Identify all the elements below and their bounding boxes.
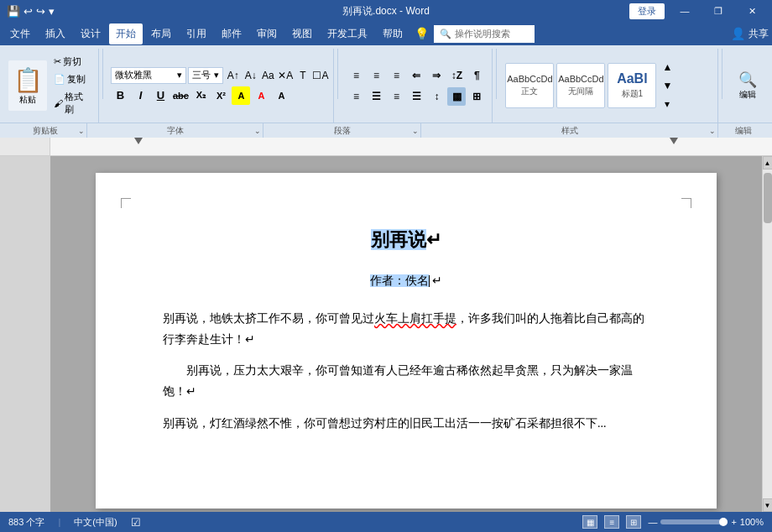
web-layout-button[interactable]: ≡ <box>604 515 619 529</box>
ruler-indent-left[interactable] <box>134 138 143 144</box>
copy-icon: 📄 <box>54 74 65 85</box>
redo-icon[interactable]: ↪ <box>36 5 45 18</box>
share-area: 👤 共享 <box>731 27 769 41</box>
menu-layout[interactable]: 布局 <box>144 23 178 44</box>
style-heading1[interactable]: AaBl 标题1 <box>608 63 656 108</box>
line-spacing-button[interactable]: ↕ <box>427 87 446 106</box>
multilevel-list-button[interactable]: ≡ <box>387 66 405 85</box>
paste-button[interactable]: 📋 粘贴 <box>8 60 47 111</box>
zoom-slider[interactable] <box>660 519 728 524</box>
cut-icon: ✂ <box>54 56 61 67</box>
shading-para-button[interactable]: ▩ <box>447 87 466 106</box>
style-nospace-preview: AaBbCcDd <box>558 74 603 84</box>
zoom-out-button[interactable]: — <box>648 517 657 527</box>
menu-bar: 文件 插入 设计 开始 布局 引用 邮件 审阅 视图 开发工具 帮助 💡 🔍 操… <box>0 22 772 45</box>
menu-review[interactable]: 审阅 <box>250 23 284 44</box>
menu-developer[interactable]: 开发工具 <box>321 23 374 44</box>
cut-label: 剪切 <box>63 55 81 68</box>
copy-button[interactable]: 📄复制 <box>50 71 93 87</box>
format-painter-button[interactable]: 🖌格式刷 <box>50 89 93 117</box>
font-color-button[interactable]: A <box>252 86 270 105</box>
strikethrough-button[interactable]: abc <box>171 86 190 105</box>
minimize-icon[interactable]: — <box>671 0 698 22</box>
grow-font-button[interactable]: A↑ <box>225 67 241 84</box>
language-indicator[interactable]: 中文(中国) <box>74 516 117 529</box>
font-name-selector[interactable]: 微软雅黑 ▾ <box>111 67 186 84</box>
menu-mailings[interactable]: 邮件 <box>215 23 248 44</box>
para-label: 段落 ⌄ <box>263 123 421 138</box>
search-box[interactable]: 🔍 操作说明搜索 <box>434 25 535 43</box>
cut-button[interactable]: ✂剪切 <box>50 54 93 70</box>
menu-insert[interactable]: 插入 <box>39 23 72 44</box>
tuen-button[interactable]: T <box>295 67 311 84</box>
font-size-selector[interactable]: 三号 ▾ <box>188 67 223 84</box>
style-h1-label: 标题1 <box>622 88 644 100</box>
styles-nav: ▲ ▼ ▾ <box>659 59 676 112</box>
close-icon[interactable]: ✕ <box>738 0 765 22</box>
scroll-down-button[interactable]: ▼ <box>763 498 773 512</box>
bold-button[interactable]: B <box>111 86 129 105</box>
save-icon[interactable]: 💾 <box>7 5 20 18</box>
customize-qat-icon[interactable]: ▾ <box>49 5 55 18</box>
justify-button[interactable]: ☰ <box>407 87 425 106</box>
word-count: 883 个字 <box>8 516 44 529</box>
shrink-font-button[interactable]: A↓ <box>243 67 258 84</box>
maximize-icon[interactable]: ❐ <box>705 0 732 22</box>
read-layout-button[interactable]: ⊞ <box>626 515 641 529</box>
decrease-indent-button[interactable]: ⇐ <box>407 66 425 85</box>
menu-file[interactable]: 文件 <box>3 23 37 44</box>
shading-button[interactable]: A <box>272 86 290 105</box>
find-button[interactable]: 🔍 编辑 <box>731 63 764 108</box>
scroll-thumb[interactable] <box>764 173 772 223</box>
menu-home[interactable]: 开始 <box>109 23 143 44</box>
style-nospace-label: 无间隔 <box>568 86 593 97</box>
spelling-icon: ☑ <box>131 516 141 529</box>
change-case-button[interactable]: Aa <box>260 67 276 84</box>
align-right-button[interactable]: ≡ <box>387 87 405 106</box>
font-size-arrow: ▾ <box>214 70 219 81</box>
align-left-button[interactable]: ≡ <box>347 87 365 106</box>
paste-icon: 📋 <box>13 66 43 94</box>
style-normal[interactable]: AaBbCcDd 正文 <box>505 63 554 108</box>
help-icon[interactable]: 💡 <box>415 27 429 40</box>
print-layout-button[interactable]: ▦ <box>582 515 597 529</box>
styles-expand-icon[interactable]: ⌄ <box>709 127 716 135</box>
align-center-button[interactable]: ☰ <box>367 87 385 106</box>
underline-button[interactable]: U <box>151 86 170 105</box>
login-button[interactable]: 登录 <box>629 3 665 19</box>
clear-format-button[interactable]: ✕A <box>278 67 294 84</box>
scroll-up-button[interactable]: ▲ <box>763 156 773 170</box>
ruler-indent-right[interactable] <box>670 138 678 144</box>
style-no-spacing[interactable]: AaBbCcDd 无间隔 <box>556 63 605 108</box>
menu-view[interactable]: 视图 <box>285 23 319 44</box>
bullets-button[interactable]: ≡ <box>347 66 365 85</box>
text-cursor <box>429 275 430 287</box>
undo-icon[interactable]: ↩ <box>23 5 33 18</box>
numbering-button[interactable]: ≡ <box>367 66 385 85</box>
styles-scroll-up[interactable]: ▲ <box>659 59 676 76</box>
menu-references[interactable]: 引用 <box>180 23 213 44</box>
clipboard-expand-icon[interactable]: ⌄ <box>78 127 85 135</box>
highlight-button[interactable]: A <box>232 86 250 105</box>
show-hide-button[interactable]: ¶ <box>467 66 486 85</box>
border-para-button[interactable]: ⊞ <box>467 87 486 106</box>
search-icon: 🔍 <box>440 29 451 39</box>
zoom-thumb[interactable] <box>719 518 728 526</box>
menu-design[interactable]: 设计 <box>74 23 107 44</box>
menu-help[interactable]: 帮助 <box>376 23 409 44</box>
styles-more[interactable]: ▾ <box>659 96 676 112</box>
sort-button[interactable]: ↕Z <box>447 66 466 85</box>
share-label[interactable]: 共享 <box>749 27 769 41</box>
zoom-level: 100% <box>740 517 764 527</box>
italic-button[interactable]: I <box>131 86 149 105</box>
styles-scroll-down[interactable]: ▼ <box>659 77 676 94</box>
subscript-button[interactable]: X₂ <box>191 86 210 105</box>
font-expand-icon[interactable]: ⌄ <box>254 127 261 135</box>
border-button[interactable]: ☐A <box>312 67 328 84</box>
para-expand-icon[interactable]: ⌄ <box>412 127 419 135</box>
superscript-button[interactable]: X² <box>211 86 230 105</box>
zoom-in-button[interactable]: + <box>731 517 736 527</box>
share-icon[interactable]: 👤 <box>731 27 745 40</box>
paragraph-2: 别再说，压力太大艰辛，你可曾知道有人已经年逾古稀依然起早贪黑，只为解决一家温饱！… <box>163 360 649 402</box>
increase-indent-button[interactable]: ⇒ <box>427 66 446 85</box>
